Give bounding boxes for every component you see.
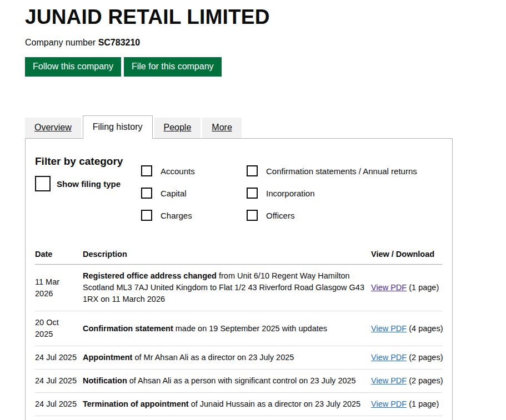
filing-view-download: View PDF (1 page)	[371, 393, 442, 416]
show-filing-type-label: Show filing type	[57, 179, 121, 189]
filing-view-download: View PDF (1 page)	[371, 416, 442, 420]
company-page: JUNAID RETAIL LIMITED Company number SC7…	[0, 0, 481, 420]
category-column-2: Confirmation statements / Annual returns…	[247, 165, 417, 232]
tab-bar: OverviewFiling historyPeopleMore	[25, 115, 481, 138]
category-option-officers[interactable]: Officers	[247, 210, 417, 221]
page-title: JUNAID RETAIL LIMITED	[25, 6, 481, 29]
file-company-button[interactable]: File for this company	[124, 57, 222, 77]
tab-label: Filing history	[93, 122, 143, 131]
filing-date: 24 Jul 2025	[35, 416, 83, 420]
category-checkbox[interactable]	[141, 165, 152, 176]
filing-type: Appointment	[83, 353, 132, 362]
filing-view-download: View PDF (4 pages)	[371, 311, 442, 346]
page-count: (2 pages)	[407, 353, 443, 362]
view-pdf-link[interactable]: View PDF	[371, 399, 407, 408]
page-count: (1 page)	[407, 283, 439, 292]
category-checkbox-columns: AccountsCapitalChargesConfirmation state…	[141, 165, 417, 232]
category-option-confirmation-statements-annual-returns[interactable]: Confirmation statements / Annual returns	[247, 165, 417, 176]
filing-history-panel: Filter by category Show filing type Acco…	[25, 138, 453, 420]
company-number-value: SC783210	[98, 38, 141, 47]
company-number-label: Company number	[25, 38, 96, 47]
category-checkbox[interactable]	[141, 210, 152, 221]
category-option-capital[interactable]: Capital	[141, 188, 247, 199]
show-filing-type-checkbox[interactable]	[35, 176, 51, 191]
tab-people[interactable]: People	[154, 118, 201, 138]
document-link-line: View PDF (2 pages)	[371, 352, 438, 363]
filing-view-download: View PDF (2 pages)	[371, 346, 442, 370]
document-link-line: View PDF (1 page)	[371, 398, 438, 410]
category-label: Capital	[161, 189, 187, 198]
filing-view-download: View PDF (1 page)	[371, 265, 442, 311]
category-option-incorporation[interactable]: Incorporation	[247, 188, 417, 199]
page-count: (1 page)	[407, 399, 439, 408]
filing-date: 20 Oct 2025	[35, 311, 83, 346]
view-pdf-link[interactable]: View PDF	[371, 376, 407, 385]
filing-description: Notification of Ahsan Ali as a person wi…	[83, 370, 371, 393]
category-checkbox[interactable]	[247, 165, 258, 176]
filing-row: 20 Oct 2025Confirmation statement made o…	[35, 311, 442, 346]
page-count: (2 pages)	[407, 376, 443, 385]
tab-filing-history[interactable]: Filing history	[83, 115, 153, 139]
tab-more[interactable]: More	[202, 118, 241, 138]
category-label: Incorporation	[266, 189, 315, 198]
filing-type: Registered office address changed	[83, 271, 217, 280]
filing-date: 24 Jul 2025	[35, 393, 83, 416]
tab-label: People	[164, 123, 192, 132]
table-header-row: Date Description View / Download	[35, 247, 442, 265]
follow-company-button[interactable]: Follow this company	[25, 57, 121, 77]
category-label: Officers	[266, 211, 294, 220]
filing-row: 24 Jul 2025Cessation of Junaid Hussain a…	[35, 416, 442, 420]
document-link-line: View PDF (1 page)	[371, 282, 438, 294]
category-checkbox[interactable]	[247, 210, 258, 221]
page-count: (4 pages)	[407, 324, 443, 333]
filing-date: 11 Mar 2026	[35, 265, 83, 311]
filing-row: 24 Jul 2025Notification of Ahsan Ali as …	[35, 370, 442, 393]
filing-type: Termination of appointment	[83, 399, 189, 408]
filing-date: 24 Jul 2025	[35, 346, 83, 370]
category-checkbox[interactable]	[141, 188, 152, 199]
column-header-date: Date	[35, 247, 83, 265]
tab-label: More	[212, 123, 232, 132]
filing-type: Notification	[83, 376, 127, 385]
filing-description: Confirmation statement made on 19 Septem…	[83, 311, 371, 346]
filing-description: Cessation of Junaid Hussain as a person …	[83, 416, 371, 420]
category-label: Charges	[161, 211, 192, 220]
filter-section: Filter by category Show filing type Acco…	[35, 155, 441, 232]
document-link-line: View PDF (2 pages)	[371, 375, 438, 387]
category-column-1: AccountsCapitalCharges	[141, 165, 247, 232]
document-link-line: View PDF (4 pages)	[371, 323, 438, 335]
filing-row: 24 Jul 2025Termination of appointment of…	[35, 393, 442, 416]
view-pdf-link[interactable]: View PDF	[371, 283, 407, 292]
filing-row: 24 Jul 2025Appointment of Mr Ahsan Ali a…	[35, 346, 442, 370]
filing-view-download: View PDF (2 pages)	[371, 370, 442, 393]
category-checkbox[interactable]	[247, 188, 258, 199]
filing-type: Confirmation statement	[83, 324, 173, 333]
view-pdf-link[interactable]: View PDF	[371, 324, 407, 333]
filing-date: 24 Jul 2025	[35, 370, 83, 393]
company-number: Company number SC783210	[25, 38, 481, 48]
view-pdf-link[interactable]: View PDF	[371, 353, 407, 362]
category-option-accounts[interactable]: Accounts	[141, 165, 247, 176]
filing-history-table: Date Description View / Download 11 Mar …	[35, 247, 442, 420]
filter-left: Filter by category Show filing type	[35, 155, 141, 232]
category-label: Accounts	[161, 166, 195, 176]
filing-row: 11 Mar 2026Registered office address cha…	[35, 265, 442, 311]
filing-description: Registered office address changed from U…	[83, 265, 371, 311]
action-buttons: Follow this company File for this compan…	[25, 57, 481, 77]
column-header-view-download: View / Download	[371, 247, 442, 265]
category-option-charges[interactable]: Charges	[141, 210, 247, 221]
tab-overview[interactable]: Overview	[25, 118, 81, 138]
filter-heading: Filter by category	[35, 155, 141, 168]
column-header-description: Description	[83, 247, 371, 265]
filing-description: Appointment of Mr Ahsan Ali as a directo…	[83, 346, 371, 370]
tab-label: Overview	[34, 123, 72, 132]
show-filing-type-option[interactable]: Show filing type	[35, 176, 141, 191]
filing-description: Termination of appointment of Junaid Hus…	[83, 393, 371, 416]
category-label: Confirmation statements / Annual returns	[266, 166, 417, 176]
